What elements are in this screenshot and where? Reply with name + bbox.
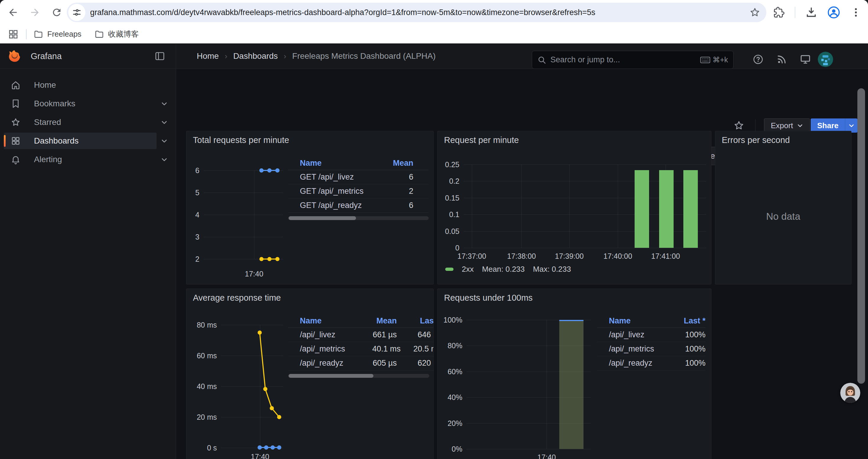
y-axis-tick-label: 0.15	[445, 193, 459, 202]
sidebar-item-alerting[interactable]: Alerting	[4, 151, 172, 168]
sidebar: Home Bookmarks Starred	[0, 69, 176, 459]
favorite-dashboard-button[interactable]	[733, 120, 745, 131]
bookmark-star-button[interactable]	[749, 7, 761, 18]
news-button[interactable]	[775, 51, 788, 68]
y-axis-tick-label: 80%	[447, 341, 462, 350]
search-input[interactable]: Search or jump to... ⌘+k	[532, 51, 734, 69]
bookmark-folder-freeleaps[interactable]: Freeleaps	[34, 30, 82, 39]
forward-button[interactable]	[28, 6, 41, 19]
legend-scrollbar[interactable]	[288, 216, 429, 220]
sidebar-item-bookmarks[interactable]: Bookmarks	[4, 95, 172, 112]
legend-row[interactable]: GET /api/_livez 6	[288, 170, 429, 184]
time-series-chart[interactable]: 80 ms60 ms40 ms20 ms0 s17:40	[191, 325, 283, 459]
page-scrollbar[interactable]	[857, 88, 865, 384]
panel-title[interactable]: Request per minute	[444, 135, 519, 145]
panel-requests-under-100ms[interactable]: Requests under 100ms 100%80%60%40%20%0%1…	[437, 289, 711, 459]
site-settings-button[interactable]	[68, 4, 85, 21]
legend-header-name[interactable]: Name	[300, 316, 372, 326]
y-axis-tick-label: 0 s	[207, 444, 217, 452]
sidebar-toggle-button[interactable]	[155, 51, 165, 61]
x-axis-tick-label: 17:40	[245, 270, 264, 278]
breadcrumb-dashboards[interactable]: Dashboards	[233, 52, 278, 61]
legend-row[interactable]: /api/_metrics 100%	[597, 342, 706, 356]
panel-title[interactable]: Requests under 100ms	[444, 293, 533, 303]
tune-icon	[72, 8, 81, 17]
legend-max: Max: 0.233	[533, 265, 571, 274]
url-bar[interactable]: grafana.mathmast.com/d/deytv4rwavabkb/fr…	[67, 3, 766, 22]
panel-title[interactable]: Errors per second	[722, 135, 790, 145]
expand-alerting-button[interactable]	[157, 151, 172, 168]
extensions-button[interactable]	[773, 7, 785, 18]
legend-header-mean[interactable]: Mean	[372, 316, 406, 326]
help-icon	[753, 54, 764, 65]
y-axis-tick-label: 60%	[447, 367, 462, 376]
time-series-chart[interactable]: 6543217:40	[189, 170, 283, 280]
sidebar-item-dashboards[interactable]: Dashboards	[4, 133, 172, 149]
star-icon	[11, 117, 21, 127]
bar-chart[interactable]: 100%80%60%40%20%0%17:40	[445, 320, 591, 459]
gridline	[472, 165, 472, 248]
panel-average-response-time[interactable]: Average response time 80 ms60 ms40 ms20 …	[186, 289, 434, 459]
display-button[interactable]	[799, 51, 812, 68]
sidebar-item-label: Dashboards	[34, 136, 79, 145]
expand-starred-button[interactable]	[157, 114, 172, 131]
legend-row[interactable]: GET /api/_readyz 6	[288, 198, 429, 213]
assistant-avatar-button[interactable]	[840, 383, 860, 403]
legend-row[interactable]: /api/_readyz 605 µs 620 µs	[288, 356, 434, 370]
legend-header-name[interactable]: Name	[300, 159, 389, 168]
panel-errors-per-second[interactable]: Errors per second No data	[715, 131, 851, 285]
legend-header-last[interactable]: Last *	[670, 316, 706, 326]
apps-button[interactable]	[8, 29, 18, 39]
downloads-button[interactable]	[805, 6, 817, 18]
bookmark-folder-blogs[interactable]: 收藏博客	[95, 29, 139, 39]
sidebar-item-home[interactable]: Home	[4, 77, 172, 93]
sidebar-item-label: Alerting	[34, 155, 62, 164]
export-button[interactable]: Export	[764, 119, 810, 133]
grafana-header: Grafana Home › Dashboards › Freeleaps Me…	[0, 43, 868, 69]
help-button[interactable]	[752, 51, 765, 68]
reload-button[interactable]	[50, 6, 63, 19]
legend-row[interactable]: /api/_metrics 40.1 ms 20.5 ms	[288, 342, 434, 356]
legend-series[interactable]: 2xx	[462, 265, 473, 274]
legend-row[interactable]: /api/_readyz 100%	[597, 356, 706, 370]
expand-bookmarks-button[interactable]	[157, 95, 172, 112]
legend-row[interactable]: /api/_livez 100%	[597, 328, 706, 342]
y-axis-tick-label: 100%	[443, 316, 462, 324]
data-point	[275, 168, 279, 172]
no-data-message: No data	[715, 211, 851, 222]
legend-header-mean[interactable]: Mean	[389, 159, 429, 168]
panel-title[interactable]: Average response time	[193, 293, 281, 303]
legend-row[interactable]: GET /api/_metrics 2	[288, 184, 429, 198]
bar-chart[interactable]: 0.250.20.150.10.05017:37:0017:38:0017:39…	[446, 165, 706, 261]
bookmark-folder-label: 收藏博客	[108, 29, 139, 39]
y-axis-tick-label: 40 ms	[197, 382, 217, 391]
grafana-logo[interactable]	[8, 49, 21, 63]
breadcrumb-home[interactable]: Home	[197, 52, 219, 61]
panel-request-per-minute[interactable]: Request per minute 0.250.20.150.10.05017…	[437, 131, 711, 285]
back-button[interactable]	[6, 6, 20, 19]
data-point	[259, 168, 264, 172]
legend-header-name[interactable]: Name	[609, 316, 670, 326]
share-menu-button[interactable]	[845, 119, 857, 133]
user-avatar[interactable]	[818, 52, 833, 67]
profile-button[interactable]	[827, 6, 840, 19]
gridline	[547, 320, 547, 449]
chart-line	[204, 170, 283, 259]
url-text[interactable]: grafana.mathmast.com/d/deytv4rwavabkb/fr…	[90, 8, 745, 17]
panel-total-requests-per-minute[interactable]: Total requests per minute 6543217:40 Nam…	[186, 131, 434, 285]
brand-title: Grafana	[31, 52, 62, 61]
panel-left-icon	[155, 51, 165, 61]
brand-area: Grafana	[0, 43, 176, 69]
browser-menu-button[interactable]	[850, 7, 862, 18]
series-color-green	[445, 268, 454, 271]
sidebar-item-starred[interactable]: Starred	[4, 114, 172, 131]
panel-title[interactable]: Total requests per minute	[193, 135, 289, 145]
gridline	[618, 165, 618, 248]
bookmarks-bar: Freeleaps 收藏博客	[0, 25, 868, 43]
legend-header-last[interactable]: Last *	[406, 316, 434, 326]
x-axis-tick-label: 17:41:00	[651, 252, 680, 261]
legend-row[interactable]: /api/_livez 661 µs 646 µs	[288, 328, 434, 342]
legend-scrollbar[interactable]	[288, 374, 429, 378]
expand-dashboards-button[interactable]	[157, 133, 172, 149]
share-button[interactable]: Share	[811, 119, 845, 133]
